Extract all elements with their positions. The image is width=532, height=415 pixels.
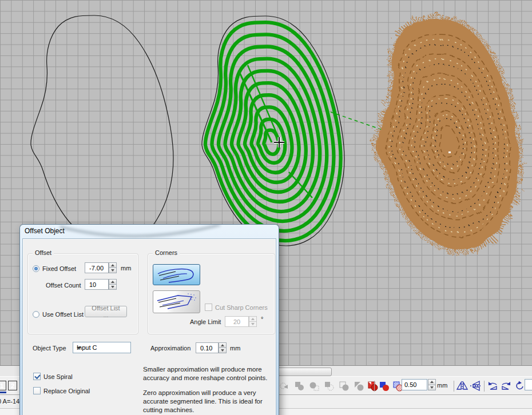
rounded-corner-icon (155, 266, 198, 284)
rotate-angle-input[interactable] (525, 379, 532, 390)
approximation-label: Approximation (150, 345, 190, 352)
active-swatch-underline (0, 392, 6, 393)
shape-ghost-through-glass (43, 225, 232, 238)
status-coordinates-text: 0 A=-14 (0, 398, 19, 405)
offset-list-button[interactable]: Offset List ... (85, 306, 127, 317)
stitched-result-shape[interactable] (376, 19, 519, 249)
offset-count-input[interactable] (85, 279, 109, 290)
palette-swatch-1[interactable]: 1 (0, 381, 6, 390)
use-spiral-checkbox[interactable] (33, 373, 41, 380)
palette-swatch-2[interactable]: 2 (8, 381, 17, 390)
angle-limit-label: Angle Limit (190, 318, 221, 325)
angle-limit-input[interactable] (225, 316, 249, 327)
approximation-unit: mm (230, 345, 240, 352)
replace-original-label: Replace Original (43, 388, 90, 394)
object-type-label: Object Type (33, 345, 66, 352)
sharp-corner-button[interactable] (153, 290, 200, 313)
overlap-shapes-icon[interactable] (378, 379, 390, 393)
fixed-offset-radio[interactable] (33, 265, 39, 272)
intersect-disabled-icon[interactable] (323, 379, 335, 393)
chevron-down-icon (77, 347, 81, 349)
use-spiral-label: Use Spiral (43, 373, 73, 380)
remove-overlap-icon[interactable] (366, 379, 379, 393)
use-offset-list-label: Use Offset List (42, 311, 84, 318)
application-window: 1 2 (0, 0, 532, 415)
toolbar-separator (484, 381, 485, 392)
stitch-width-spinner[interactable] (428, 379, 436, 390)
mirror-vertical-icon[interactable] (469, 379, 482, 393)
offset-spiral-shape[interactable] (202, 16, 344, 246)
offset-count-label: Offset Count (46, 282, 81, 289)
approximation-spinner[interactable] (219, 342, 227, 353)
approximation-input[interactable] (196, 342, 219, 353)
mirror-horizontal-icon[interactable] (456, 379, 469, 393)
merge-disabled-icon[interactable] (278, 379, 291, 393)
trim-disabled-icon[interactable] (308, 379, 320, 393)
corners-group-label: Corners (153, 249, 180, 256)
cut-sharp-corners-label: Cut Sharp Corners (215, 304, 268, 311)
rotate-right-icon[interactable] (500, 379, 513, 393)
fixed-offset-unit: mm (121, 265, 131, 272)
use-offset-list-radio[interactable] (33, 311, 39, 318)
rotate-left-icon[interactable] (486, 379, 499, 393)
cut-sharp-corners-checkbox[interactable] (205, 304, 212, 311)
replace-original-checkbox[interactable] (33, 387, 41, 394)
fixed-offset-label: Fixed Offset (42, 265, 76, 272)
divide-disabled-icon[interactable] (352, 379, 365, 393)
stitch-width-unit: mm (437, 382, 447, 389)
fixed-offset-spinner[interactable] (109, 262, 117, 273)
toolbar-separator (374, 381, 375, 392)
dialog-client-area: Offset Fixed Offset mm Offset Count Use … (22, 238, 276, 415)
angle-limit-unit: ° (261, 316, 263, 322)
offset-group-label: Offset (33, 249, 54, 256)
angle-limit-spinner[interactable] (249, 316, 257, 327)
offset-object-dialog: Offset Object Offset Fixed Offset mm Off… (20, 225, 279, 415)
help-paragraph-1: Smaller approximation will produce more … (143, 365, 270, 382)
stitch-width-input[interactable] (402, 379, 427, 390)
help-paragraph-2: Zero approximation will produce a very a… (143, 389, 270, 414)
weld-disabled-icon[interactable] (293, 379, 305, 393)
toolbar-separator (454, 381, 454, 392)
sharp-corner-icon (155, 292, 198, 312)
rounded-corner-button[interactable] (153, 264, 200, 285)
approximation-help-text: Smaller approximation will produce more … (143, 365, 270, 415)
offset-count-spinner[interactable] (109, 279, 117, 290)
fixed-offset-input[interactable] (85, 262, 109, 273)
exclude-disabled-icon[interactable] (338, 379, 350, 393)
source-outline-shape[interactable] (31, 15, 173, 245)
object-type-combobox[interactable]: Input C (73, 342, 131, 353)
dialog-titlebar[interactable]: Offset Object (20, 225, 279, 238)
dialog-title: Offset Object (25, 227, 65, 235)
